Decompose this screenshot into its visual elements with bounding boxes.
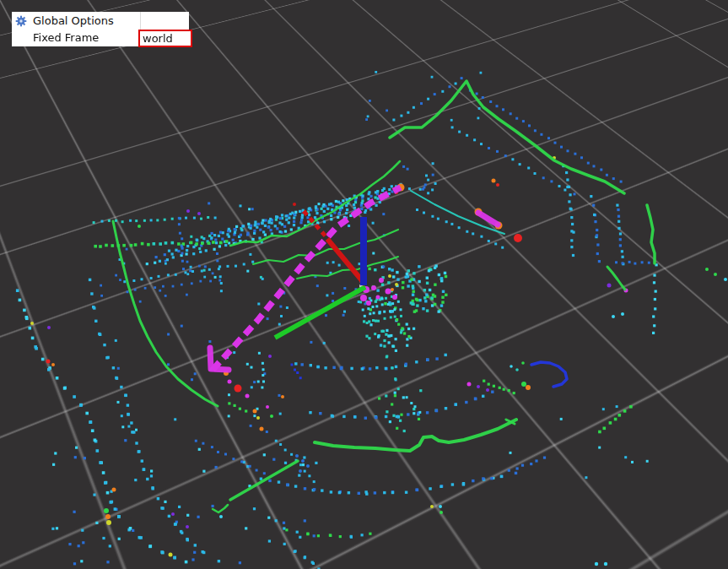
fixed-frame-row[interactable]: Fixed Frame world (12, 30, 189, 46)
global-options-label: Global Options (33, 13, 114, 30)
gear-icon (15, 15, 27, 27)
3d-viewport[interactable] (0, 0, 728, 569)
global-options-panel: Global Options Fixed Frame world (12, 12, 189, 46)
rviz-window: Global Options Fixed Frame world (0, 0, 728, 569)
fixed-frame-label: Fixed Frame (33, 30, 99, 46)
fixed-frame-value[interactable]: world (138, 30, 192, 47)
y-axis (275, 287, 365, 338)
global-options-row[interactable]: Global Options (12, 13, 189, 30)
pointcloud-layer (0, 0, 728, 569)
